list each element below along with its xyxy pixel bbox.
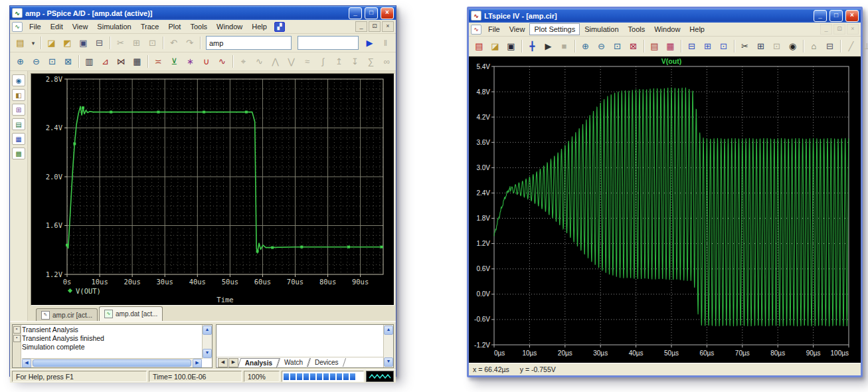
zoom-fit-button[interactable]: ⊠: [60, 54, 76, 69]
run-button[interactable]: ▶: [541, 39, 556, 54]
capture-icon[interactable]: ▞: [274, 22, 285, 32]
zoom-in-button[interactable]: ⊕: [13, 54, 28, 69]
zoom-area-button[interactable]: ⊡: [44, 54, 60, 69]
label-point-button[interactable]: ∿: [215, 54, 230, 69]
maximize-button[interactable]: □: [365, 7, 378, 19]
menu-simulation[interactable]: Simulation: [580, 23, 623, 35]
output-window-icon[interactable]: ▤: [12, 118, 25, 130]
datalog-button[interactable]: ⌂: [806, 39, 822, 54]
waveform-image-icon[interactable]: ▩: [12, 147, 25, 159]
print-button[interactable]: ⊟: [822, 39, 837, 54]
zoom-full-extents-button[interactable]: ⊠: [626, 39, 641, 54]
copy-to-clipboard-icon[interactable]: ⊞: [12, 104, 25, 116]
output-tab-watch[interactable]: Watch: [277, 358, 310, 367]
evaluate-measurement-button[interactable]: ⊻: [167, 54, 182, 69]
zoom-out-button[interactable]: ⊖: [594, 39, 609, 54]
menu-window[interactable]: Window: [650, 23, 685, 35]
scroll-up-icon[interactable]: ▲: [203, 326, 212, 335]
output-tab-prev-button[interactable]: ◀: [218, 358, 228, 367]
mark-data-points-button[interactable]: ≍: [151, 54, 166, 69]
simulation-profile-combo[interactable]: amp: [206, 36, 292, 50]
menu-trace[interactable]: Trace: [136, 21, 164, 33]
performance-analysis-button[interactable]: ⋈: [114, 54, 129, 69]
menu-plot[interactable]: Plot: [163, 21, 185, 33]
minimize-button[interactable]: _: [349, 7, 362, 19]
menu-window[interactable]: Window: [212, 21, 247, 33]
output-tab-devices[interactable]: Devices: [307, 358, 346, 367]
doc-tab-amp-cir-act-[interactable]: ✎amp.cir [act...: [36, 308, 98, 321]
message-vertical-scrollbar[interactable]: ▲ ▼: [202, 325, 212, 359]
pin-pane-button[interactable]: ×: [13, 326, 21, 334]
dock-pane-button[interactable]: ▪: [13, 335, 21, 342]
waveform-pane-button[interactable]: ▦: [663, 39, 678, 54]
print-button[interactable]: ⊟: [92, 35, 107, 50]
close-button[interactable]: ×: [381, 7, 394, 19]
menu-file[interactable]: File: [25, 21, 46, 33]
doc-tab-amp-dat-act-[interactable]: ∿amp.dat [act...: [99, 306, 163, 321]
mdi-restore-button[interactable]: ⊡: [833, 24, 845, 35]
run-target-combo[interactable]: [298, 36, 359, 50]
control-panel-button[interactable]: ╋: [525, 39, 540, 54]
ltspice-waveform-plot[interactable]: 5.4V4.8V4.2V3.6V3.0V2.4V1.8V1.2V0.6V0.0V…: [469, 56, 854, 361]
save-button[interactable]: ▣: [76, 35, 91, 50]
new-simulation-profile-button[interactable]: ▤: [13, 35, 28, 50]
copy-bitmap-button[interactable]: ⊞: [700, 39, 715, 54]
scroll-down-icon[interactable]: ▼: [384, 357, 393, 367]
message-horizontal-scrollbar[interactable]: ◀ ▶: [22, 358, 202, 367]
menu-edit[interactable]: Edit: [46, 21, 68, 33]
menu-help[interactable]: Help: [247, 21, 272, 33]
open-button[interactable]: ◪: [44, 35, 59, 50]
run-simulation-button[interactable]: ▶: [362, 35, 377, 50]
schematic-page-icon[interactable]: ◧: [12, 89, 25, 101]
menu-view[interactable]: View: [505, 23, 530, 35]
save-button[interactable]: ▣: [503, 39, 519, 54]
scrollbar-thumb[interactable]: [33, 359, 191, 367]
grid-toggle-button[interactable]: ▦: [130, 54, 145, 69]
menu-tools[interactable]: Tools: [185, 21, 212, 33]
output-tab-analysis[interactable]: Analysis: [238, 358, 280, 367]
mdi-close-button[interactable]: ×: [382, 21, 394, 32]
plot-window-icon[interactable]: ▦: [12, 133, 25, 145]
output-vertical-scrollbar[interactable]: ▲ ▼: [383, 325, 393, 367]
scroll-right-icon[interactable]: ▶: [193, 359, 202, 368]
scroll-up-icon[interactable]: ▲: [384, 326, 393, 335]
spice-netlist-button[interactable]: ▤: [647, 39, 662, 54]
zoom-in-button[interactable]: ⊕: [578, 39, 593, 54]
mdi-minimize-button[interactable]: _: [820, 24, 832, 35]
output-tab-next-button[interactable]: ▶: [228, 358, 238, 367]
mdi-close-button[interactable]: ×: [847, 24, 859, 35]
menu-simulation[interactable]: Simulation: [92, 21, 135, 33]
menu-view[interactable]: View: [68, 21, 93, 33]
zoom-out-button[interactable]: ⊖: [29, 54, 44, 69]
copy-button[interactable]: ⊞: [753, 39, 768, 54]
cut-button[interactable]: ✂: [737, 39, 752, 54]
close-button[interactable]: ×: [845, 10, 859, 22]
mdi-restore-button[interactable]: ⊡: [369, 21, 381, 32]
scroll-left-icon[interactable]: ◀: [22, 359, 31, 368]
pspice-waveform-plot[interactable]: 2.8V2.4V2.0V1.6V1.2V0s10us20us30us40us50…: [31, 74, 394, 305]
new-schematic-button[interactable]: ▤: [472, 39, 487, 54]
minimize-button[interactable]: _: [814, 10, 827, 22]
scroll-down-icon[interactable]: ▼: [203, 349, 212, 358]
tile-plot-panes-button[interactable]: ⊟: [684, 39, 699, 54]
menu-file[interactable]: File: [483, 23, 505, 35]
open-workspace-button[interactable]: ◩: [60, 35, 75, 50]
cursor-trace-button[interactable]: ∪: [199, 54, 214, 69]
open-button[interactable]: ◪: [487, 39, 503, 54]
maximize-button[interactable]: □: [829, 10, 843, 22]
find-button[interactable]: ◉: [785, 39, 800, 54]
menu-help[interactable]: Help: [685, 23, 709, 35]
expand-plot-button[interactable]: ⊡: [716, 39, 731, 54]
log-x-axis-button[interactable]: ⊿: [98, 54, 113, 69]
ltspice-title-bar[interactable]: ∿ LTspice IV - [amp.cir] _ □ ×: [469, 9, 861, 23]
cursor-point-button: ∫: [315, 54, 331, 69]
new-profile-dropdown[interactable]: ▾: [29, 35, 38, 50]
plot-window-button[interactable]: ▥: [82, 54, 97, 69]
pspice-title-bar[interactable]: ∿ amp - PSpice A/D - [amp.dat (active)] …: [10, 6, 396, 20]
zoom-area-button[interactable]: ⊡: [610, 39, 625, 54]
menu-plot-settings[interactable]: Plot Settings: [529, 23, 580, 35]
mdi-minimize-button[interactable]: _: [355, 21, 367, 32]
menu-tools[interactable]: Tools: [624, 23, 650, 35]
goal-functions-button[interactable]: ∗: [183, 54, 198, 69]
simulation-queue-icon[interactable]: ◉: [12, 74, 25, 86]
